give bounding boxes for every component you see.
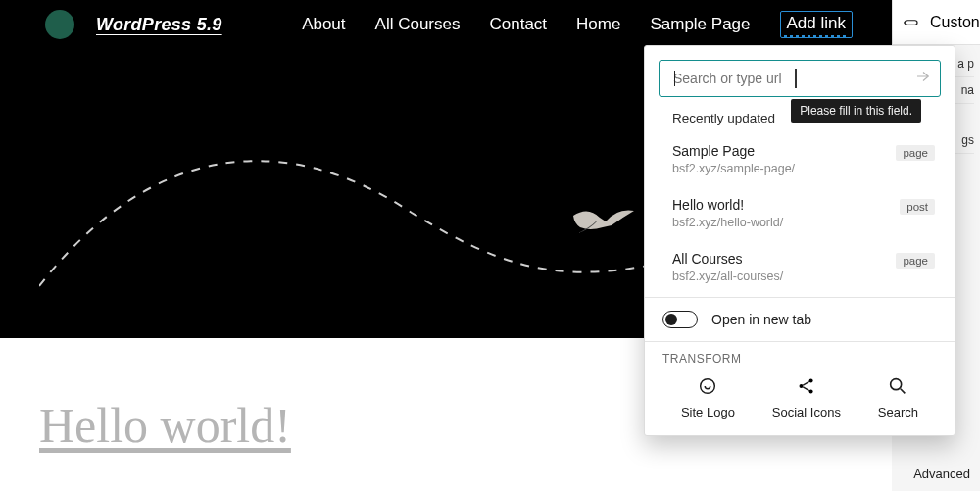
open-in-new-tab-toggle[interactable] (662, 311, 698, 328)
settings-tab-label: Custon (930, 14, 980, 31)
result-type-badge: page (896, 253, 935, 269)
link-result-hello-world[interactable]: Hello world! bsf2.xyz/hello-world/ post (645, 189, 955, 243)
result-type-badge: page (896, 145, 935, 161)
search-icon (887, 375, 908, 397)
settings-advanced-toggle[interactable]: Advanced (913, 466, 970, 481)
nav-item-contact[interactable]: Contact (489, 15, 547, 34)
custom-link-icon (903, 14, 920, 31)
transform-section: Transform Site Logo Social Icons Search (645, 342, 955, 435)
result-title: Sample Page (672, 143, 927, 159)
svg-point-4 (808, 389, 812, 393)
open-in-new-tab-label: Open in new tab (711, 312, 811, 327)
transform-social-icons[interactable]: Social Icons (772, 375, 841, 419)
link-url-input[interactable] (673, 71, 906, 86)
site-logo-icon (697, 375, 718, 397)
validation-tooltip: Please fill in this field. (791, 99, 921, 123)
transform-site-logo[interactable]: Site Logo (681, 375, 735, 419)
nav-item-sample-page[interactable]: Sample Page (650, 15, 750, 34)
svg-line-6 (901, 389, 906, 394)
transform-label-text: Search (878, 405, 918, 419)
nav-add-link-button[interactable]: Add link (780, 11, 853, 38)
link-popover: Please fill in this field. Recently upda… (644, 45, 956, 436)
svg-point-5 (891, 379, 902, 390)
nav-item-home[interactable]: Home (576, 15, 620, 34)
nav-item-about[interactable]: About (302, 15, 345, 34)
share-icon (796, 375, 817, 397)
site-logo[interactable] (45, 10, 74, 39)
link-result-sample-page[interactable]: Sample Page bsf2.xyz/sample-page/ page (645, 135, 955, 189)
hero-bird-graphic (568, 206, 637, 240)
primary-nav: About All Courses Contact Home Sample Pa… (302, 11, 853, 38)
nav-item-all-courses[interactable]: All Courses (375, 15, 461, 34)
svg-point-3 (808, 378, 812, 382)
transform-label: Transform (662, 352, 937, 366)
submit-arrow-icon[interactable] (914, 68, 932, 89)
link-search-field[interactable] (659, 60, 941, 97)
svg-rect-0 (906, 20, 917, 25)
result-title: All Courses (672, 251, 927, 267)
result-url: bsf2.xyz/all-courses/ (672, 270, 927, 283)
result-url: bsf2.xyz/sample-page/ (672, 162, 927, 175)
text-caret (674, 71, 675, 86)
svg-point-1 (701, 379, 715, 394)
svg-point-2 (799, 384, 803, 388)
transform-label-text: Social Icons (772, 405, 841, 419)
open-in-new-tab-row: Open in new tab (645, 298, 955, 341)
settings-tab-header[interactable]: Custon (892, 0, 980, 45)
transform-label-text: Site Logo (681, 405, 735, 419)
result-url: bsf2.xyz/hello-world/ (672, 216, 927, 229)
link-result-all-courses[interactable]: All Courses bsf2.xyz/all-courses/ page (645, 243, 955, 297)
transform-search[interactable]: Search (878, 375, 918, 419)
result-title: Hello world! (672, 197, 927, 213)
site-header: WordPress 5.9 About All Courses Contact … (0, 0, 892, 39)
result-type-badge: post (900, 199, 935, 215)
ibeam-cursor (795, 69, 797, 88)
site-title[interactable]: WordPress 5.9 (96, 15, 222, 35)
